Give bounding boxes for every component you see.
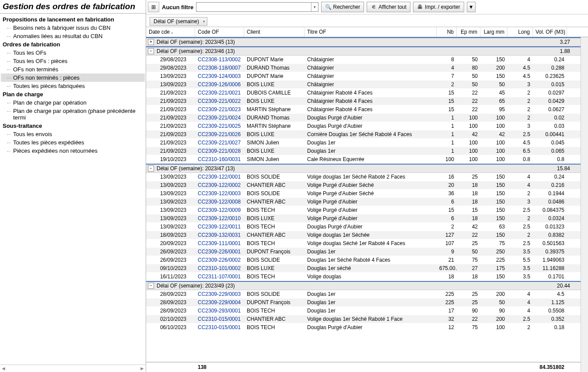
table-row[interactable]: 21/09/2023CC2309-221/0027SIMON JulienDou… (146, 139, 581, 147)
table-row[interactable]: 29/08/2023CC2308-113/0002DUPONT MarieChâ… (146, 56, 581, 64)
table-row[interactable]: 21/09/2023CC2309-221/0028BOIS LUXEDougla… (146, 147, 581, 155)
cell-code[interactable]: CC2309-124/0003 (195, 72, 244, 80)
tree-item[interactable]: Toutes les pièces expédiées (1, 138, 145, 147)
table-row[interactable]: 13/09/2023CC2309-122/0002CHANTIER ABCVol… (146, 181, 581, 190)
col-header-titre[interactable]: Titre OF (304, 27, 437, 37)
table-row[interactable]: 28/09/2023CC2309-229/0003BOIS SOLIDEDoug… (146, 290, 581, 298)
tree-section[interactable]: Plan de charge (1, 90, 145, 98)
tree-item[interactable]: OFs non terminés : pièces (1, 74, 145, 82)
table-row[interactable]: 21/09/2023CC2309-221/0026BOIS LUXECorniè… (146, 130, 581, 139)
table-row[interactable]: 18/09/2023CC2309-132/0031CHANTIER ABCVol… (146, 231, 581, 239)
tree-item[interactable]: Tous les OFs : pièces (1, 57, 145, 65)
cell-code[interactable]: CC2310-015/0001 (195, 315, 244, 323)
print-export-dropdown[interactable]: ▼ (467, 2, 476, 12)
cell-code[interactable]: CC2309-221/0023 (195, 105, 244, 113)
table-row[interactable]: 26/09/2023CC2309-226/0002BOIS SOLIDEDoug… (146, 256, 581, 264)
collapse-icon[interactable]: − (148, 48, 154, 54)
tree-section[interactable]: Ordres de fabrication (1, 40, 145, 49)
tree-item[interactable]: Pièces expédiées non retournées (1, 147, 145, 155)
table-row[interactable]: 28/09/2023CC2309-229/0004DUPONT François… (146, 298, 581, 307)
tree-item[interactable]: Plan de charge par opération (1, 98, 145, 107)
cell-code[interactable]: CC2309-132/0031 (195, 231, 244, 239)
layout-icon-button[interactable]: ⊞ (148, 2, 159, 12)
cell-code[interactable]: CC2309-221/0024 (195, 114, 244, 122)
cell-code[interactable]: CC2309-122/0011 (195, 223, 244, 231)
col-header-long[interactable]: Long (508, 27, 533, 37)
table-row[interactable]: 21/09/2023CC2309-221/0022BOIS LUXEChâtai… (146, 97, 581, 105)
table-row[interactable]: 09/10/2023CC2310-101/0002BOIS LUXEDougla… (146, 264, 581, 273)
cell-code[interactable]: CC2308-118/0007 (195, 64, 244, 72)
col-header-date[interactable]: Date cde (146, 27, 195, 37)
tree-item[interactable]: Toutes les pièces fabriquées (1, 82, 145, 90)
expand-icon[interactable]: + (148, 39, 154, 45)
table-row[interactable]: 16/11/2023CC2311-107/0001BOIS TECHVolige… (146, 273, 581, 281)
cell-code[interactable]: CC2311-107/0001 (195, 273, 244, 281)
tree-item[interactable]: Tous les OFs (1, 49, 145, 57)
table-row[interactable]: 26/09/2023CC2309-226/0001DUPONT François… (146, 248, 581, 256)
cell-code[interactable]: CC2309-122/0003 (195, 190, 244, 197)
show-all-button[interactable]: ⚟Afficher tout (367, 2, 410, 12)
table-row[interactable]: 13/09/2023CC2309-122/0008CHANTIER ABCVol… (146, 198, 581, 206)
cell-code[interactable]: CC2309-293/0001 (195, 307, 244, 315)
cell-code[interactable]: CC2309-221/0028 (195, 147, 244, 155)
tree-item[interactable]: Besoins nets à fabriquer issus du CBN (1, 24, 145, 32)
table-row[interactable]: 20/09/2023CC2309-111/0001BOIS TECHVolige… (146, 239, 581, 248)
table-row[interactable]: 06/10/2023CC2310-015/0001BOIS TECHDougla… (146, 323, 581, 332)
table-row[interactable]: 21/09/2023CC2309-221/0025MARTIN Stéphane… (146, 122, 581, 130)
cell-code[interactable]: CC2310-101/0002 (195, 264, 244, 272)
collapse-icon[interactable]: − (148, 283, 154, 289)
scroll-left-icon[interactable]: ◄ (1, 365, 6, 372)
cell-code[interactable]: CC2309-221/0026 (195, 130, 244, 138)
cell-code[interactable]: CC2309-226/0001 (195, 248, 244, 256)
cell-code[interactable]: CC2309-221/0025 (195, 122, 244, 130)
cell-code[interactable]: CC2308-113/0002 (195, 56, 244, 63)
table-row[interactable]: 13/09/2023CC2309-122/0011BOIS TECHDougla… (146, 223, 581, 231)
cell-code[interactable]: CC2309-126/0006 (195, 81, 244, 88)
col-header-code[interactable]: Code OF (195, 27, 244, 37)
cell-code[interactable]: CC2309-229/0003 (195, 290, 244, 298)
cell-code[interactable]: CC2309-229/0004 (195, 298, 244, 306)
cell-code[interactable]: CC2309-122/0009 (195, 206, 244, 214)
table-row[interactable]: 21/09/2023CC2309-221/0024DURAND ThomasDo… (146, 114, 581, 122)
table-row[interactable]: 13/09/2023CC2309-126/0006BOIS LUXEChâtai… (146, 81, 581, 89)
collapse-icon[interactable]: − (148, 165, 154, 172)
cell-code[interactable]: CC2309-111/0001 (195, 239, 244, 247)
search-button[interactable]: 🔍Rechercher (321, 2, 364, 12)
sidebar-scrollbar[interactable]: ◄ ► (0, 365, 146, 372)
col-header-larg[interactable]: Larg mm (480, 27, 508, 37)
col-header-vol[interactable]: Vol. OF (M3) (533, 27, 567, 37)
group-row[interactable]: −Délai OF (semaine): 2023/46 (13)1.88 (146, 46, 581, 56)
cell-code[interactable]: CC2310-015/0001 (195, 323, 244, 331)
table-row[interactable]: 19/10/2023CC2310-160/0031SIMON JulienCal… (146, 155, 581, 164)
group-row[interactable]: +Délai OF (semaine): 2023/45 (13)3.27 (146, 37, 581, 46)
tree-item[interactable]: Plan de charge par opération (phase préc… (1, 107, 145, 122)
scroll-right-icon[interactable]: ► (140, 365, 145, 372)
col-header-ep[interactable]: Ep mm (457, 27, 480, 37)
filter-dropdown-icon[interactable]: ▾ (311, 3, 318, 11)
table-row[interactable]: 13/09/2023CC2309-122/0003BOIS SOLIDEVoli… (146, 190, 581, 198)
cell-code[interactable]: CC2309-221/0021 (195, 89, 244, 97)
table-row[interactable]: 13/09/2023CC2309-124/0003DUPONT MarieChâ… (146, 72, 581, 81)
cell-code[interactable]: CC2309-122/0002 (195, 181, 244, 189)
cell-code[interactable]: CC2309-221/0022 (195, 97, 244, 105)
table-row[interactable]: 28/09/2023CC2309-293/0001BOIS TECHDougla… (146, 307, 581, 315)
cell-code[interactable]: CC2309-226/0002 (195, 256, 244, 264)
filter-input[interactable] (196, 2, 318, 12)
cell-code[interactable]: CC2310-160/0031 (195, 155, 244, 163)
tree-item[interactable]: Anomalies liées au résultat du CBN (1, 32, 145, 40)
group-chip[interactable]: Délai OF (semaine) ▾ (150, 17, 207, 26)
group-row[interactable]: −Délai OF (semaine): 2023/47 (13)15.84 (146, 164, 581, 173)
col-header-client[interactable]: Client (244, 27, 304, 37)
table-row[interactable]: 02/10/2023CC2310-015/0001CHANTIER ABCVol… (146, 315, 581, 323)
col-header-nb[interactable]: Nb (437, 27, 457, 37)
group-row[interactable]: −Délai OF (semaine): 2023/49 (23)20.44 (146, 281, 581, 290)
table-row[interactable]: 13/09/2023CC2309-122/0001BOIS SOLIDEVoli… (146, 173, 581, 181)
cell-code[interactable]: CC2309-122/0008 (195, 198, 244, 206)
tree-item[interactable]: OFs non terminés (1, 65, 145, 74)
table-row[interactable]: 29/08/2023CC2308-118/0007DURAND ThomasCh… (146, 64, 581, 72)
tree-item[interactable]: Tous les envois (1, 130, 145, 138)
table-row[interactable]: 21/09/2023CC2309-221/0023MARTIN Stéphane… (146, 105, 581, 114)
cell-code[interactable]: CC2309-122/0010 (195, 214, 244, 222)
print-export-button[interactable]: 🖶Impr. / exporter (413, 2, 464, 12)
cell-code[interactable]: CC2309-122/0001 (195, 173, 244, 181)
